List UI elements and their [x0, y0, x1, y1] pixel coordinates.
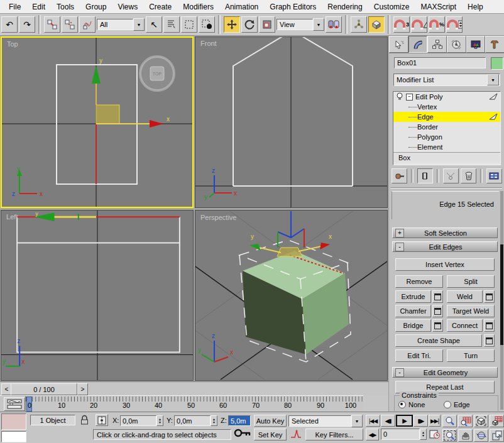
menu-item-graph-editors[interactable]: Graph Editors: [265, 1, 321, 13]
menu-item-modifiers[interactable]: Modifiers: [178, 1, 219, 13]
tab-hierarchy[interactable]: [427, 36, 447, 53]
bridge-button[interactable]: Bridge: [395, 319, 431, 332]
rectangular-selection-button[interactable]: [181, 16, 197, 33]
y-spinner[interactable]: ▲▼: [211, 415, 217, 426]
select-and-link-button[interactable]: [44, 16, 60, 33]
object-name-field[interactable]: Box01: [394, 57, 486, 68]
pin-stack-button[interactable]: [392, 168, 407, 183]
viewport-top[interactable]: TOP y x y z x: [1, 36, 194, 208]
create-shape-settings-button[interactable]: [484, 334, 495, 347]
time-configuration-button[interactable]: [429, 429, 440, 440]
chamfer-button[interactable]: Chamfer: [395, 305, 431, 317]
set-key-lock[interactable]: [234, 427, 251, 440]
selection-lock-toggle[interactable]: [80, 415, 89, 427]
next-frame-button[interactable]: ▮▶: [414, 415, 428, 427]
move-gizmo-perspective[interactable]: y x: [249, 211, 332, 256]
menu-item-help[interactable]: Help: [463, 1, 488, 13]
unlink-selection-button[interactable]: [62, 16, 78, 33]
key-mode-toggle-button[interactable]: ◀▶: [366, 429, 379, 440]
maximize-viewport-toggle[interactable]: [490, 429, 504, 442]
bind-to-space-warp-button[interactable]: [79, 16, 96, 33]
viewport-left[interactable]: y z y x Left: [1, 210, 194, 381]
weld-button[interactable]: Weld: [447, 290, 483, 303]
default-tangent-button[interactable]: [290, 429, 302, 441]
box-object[interactable]: [243, 251, 349, 354]
zoom-extents-button[interactable]: [474, 415, 488, 427]
viewport-label-top[interactable]: Top: [7, 40, 18, 48]
dropdown-arrow-icon[interactable]: ▼: [313, 18, 324, 31]
maxscript-mini-listener-white[interactable]: [1, 431, 26, 442]
play-button[interactable]: ▶: [396, 415, 413, 427]
rollout-edit-edges[interactable]: - Edit Edges: [392, 241, 498, 252]
select-and-scale-button[interactable]: [259, 16, 275, 33]
snap-toggle-3d-button[interactable]: 3: [393, 16, 410, 33]
current-frame-field[interactable]: 0: [381, 429, 420, 440]
rollout-soft-selection[interactable]: + Soft Selection: [392, 227, 498, 238]
select-object-button[interactable]: ↖: [146, 16, 162, 33]
menu-item-edit[interactable]: Edit: [27, 1, 50, 13]
bridge-settings-button[interactable]: [432, 319, 443, 332]
window-crossing-toggle-button[interactable]: [199, 16, 215, 33]
tab-utilities[interactable]: [485, 36, 504, 53]
absolute-mode-toggle[interactable]: [96, 414, 108, 426]
key-filters-button[interactable]: Key Filters...: [305, 429, 363, 440]
extrude-settings-button[interactable]: [432, 290, 443, 303]
turn-button[interactable]: Turn: [447, 349, 495, 362]
menu-item-create[interactable]: Create: [144, 1, 177, 13]
time-slider-thumb[interactable]: 0 / 100: [11, 383, 77, 395]
pan-button[interactable]: [458, 429, 473, 442]
maxscript-mini-listener-pink[interactable]: [1, 413, 26, 430]
zoom-extents-all-button[interactable]: [490, 415, 504, 427]
tab-create[interactable]: [389, 36, 408, 53]
percent-snap-button[interactable]: %: [429, 16, 445, 33]
constraint-none-radio[interactable]: None: [398, 401, 425, 408]
auto-key-button[interactable]: Auto Key: [254, 415, 287, 427]
region-zoom-button[interactable]: [442, 429, 457, 442]
scrollbar-thumb[interactable]: [500, 244, 503, 345]
snaps-toggle-button[interactable]: [368, 16, 385, 33]
go-to-start-button[interactable]: |◀◀: [366, 415, 380, 427]
stack-row-edge[interactable]: Edge: [393, 112, 500, 122]
make-unique-button[interactable]: [443, 168, 459, 183]
stack-row-vertex[interactable]: Vertex: [393, 102, 500, 112]
menu-item-views[interactable]: Views: [112, 1, 143, 13]
select-and-move-button[interactable]: [224, 16, 240, 33]
viewport-label-front[interactable]: Front: [200, 40, 217, 47]
stack-row-border[interactable]: Border: [393, 122, 500, 132]
remove-modifier-button[interactable]: [461, 168, 476, 183]
object-color-swatch[interactable]: [491, 57, 503, 70]
arc-rotate-button[interactable]: [474, 429, 488, 442]
split-button[interactable]: Split: [447, 275, 495, 288]
edit-tri-button[interactable]: Edit Tri.: [395, 349, 443, 362]
configure-modifier-sets-button[interactable]: [486, 168, 502, 183]
angle-snap-button[interactable]: [411, 16, 427, 33]
menu-item-rendering[interactable]: Rendering: [322, 1, 367, 13]
x-coord-field[interactable]: 0,0m: [120, 415, 156, 426]
move-gizmo-left[interactable]: y: [34, 211, 96, 221]
remove-button[interactable]: Remove: [395, 275, 443, 288]
track-bar[interactable]: 0 10 20 30 40 50 60 70 80 90 100: [0, 395, 363, 412]
constraint-edge-radio[interactable]: Edge: [444, 401, 470, 408]
rollout-edit-geometry[interactable]: - Edit Geometry: [392, 367, 498, 378]
zoom-button[interactable]: [442, 415, 457, 427]
viewport-perspective[interactable]: y x z y x Perspective: [195, 210, 388, 381]
menu-item-animation[interactable]: Animation: [220, 1, 263, 13]
dropdown-arrow-icon[interactable]: ▼: [351, 415, 363, 427]
modifier-list-dropdown[interactable]: Modifier List ▼: [393, 74, 500, 86]
extrude-button[interactable]: Extrude: [395, 290, 431, 303]
zoom-all-button[interactable]: [458, 415, 473, 427]
show-end-result-button[interactable]: [417, 168, 433, 183]
viewport-label-left[interactable]: Left: [6, 213, 18, 221]
target-weld-button[interactable]: Target Weld: [447, 305, 495, 317]
go-to-end-button[interactable]: ▶▶|: [429, 415, 441, 427]
panel-scrollbar[interactable]: [500, 191, 503, 410]
collapse-box-icon[interactable]: −: [406, 94, 413, 101]
selection-filter-dropdown[interactable]: All ▼: [97, 18, 145, 31]
dropdown-arrow-icon[interactable]: ▼: [487, 74, 499, 85]
set-key-button[interactable]: Set Key: [254, 429, 287, 440]
connect-settings-button[interactable]: [484, 319, 495, 332]
redo-button[interactable]: ↷: [19, 16, 35, 33]
connect-button[interactable]: Connect: [447, 319, 483, 332]
select-and-rotate-button[interactable]: [241, 16, 258, 33]
tab-modify[interactable]: [408, 36, 428, 53]
